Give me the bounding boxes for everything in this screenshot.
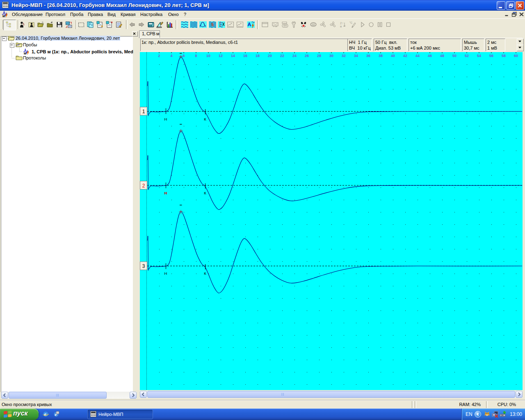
svg-text:28: 28	[317, 54, 321, 58]
svg-text:52: 52	[465, 54, 469, 58]
svg-text:38: 38	[379, 54, 383, 58]
svg-text:8: 8	[195, 54, 197, 58]
svg-text:e: e	[44, 411, 47, 417]
svg-text:10: 10	[206, 54, 210, 58]
svg-text:34: 34	[354, 54, 358, 58]
svg-text:24: 24	[292, 54, 297, 58]
svg-text:5: 5	[211, 23, 214, 27]
svg-text:К: К	[204, 271, 206, 276]
svg-text:3: 3	[142, 263, 145, 269]
svg-text:36: 36	[366, 54, 370, 58]
svg-text:22: 22	[280, 54, 284, 58]
svg-text:4: 4	[170, 54, 172, 58]
svg-text:Н: Н	[164, 191, 167, 195]
svg-text:60: 60	[514, 54, 518, 58]
svg-text:50: 50	[452, 54, 457, 58]
svg-text:°C: °C	[349, 21, 353, 24]
svg-text:Н: Н	[164, 271, 167, 276]
svg-text:Н: Н	[164, 117, 167, 121]
svg-text:К: К	[204, 191, 206, 195]
svg-text:1: 1	[142, 109, 145, 114]
svg-text:16: 16	[243, 54, 247, 58]
svg-text:18: 18	[256, 54, 260, 58]
svg-text:40: 40	[391, 54, 395, 58]
svg-text:↑: ↑	[342, 21, 344, 25]
svg-text:2: 2	[142, 183, 145, 189]
svg-text:К: К	[204, 117, 206, 121]
svg-text:14: 14	[231, 54, 235, 58]
svg-text:32: 32	[342, 54, 346, 58]
svg-text:54: 54	[477, 54, 481, 58]
svg-text:20: 20	[268, 54, 272, 58]
svg-text:2: 2	[158, 54, 160, 58]
svg-text:42: 42	[403, 54, 407, 58]
svg-text:44: 44	[415, 54, 420, 58]
svg-text:6: 6	[183, 54, 185, 58]
svg-text:56: 56	[489, 54, 493, 58]
svg-text:26: 26	[305, 54, 309, 58]
svg-text:58: 58	[502, 54, 506, 58]
svg-text:я: я	[340, 25, 342, 28]
svg-text:12: 12	[219, 54, 223, 58]
svg-text:46: 46	[428, 54, 432, 58]
svg-text:30: 30	[329, 54, 333, 58]
svg-text:А: А	[248, 22, 251, 27]
svg-text:48: 48	[440, 54, 444, 58]
